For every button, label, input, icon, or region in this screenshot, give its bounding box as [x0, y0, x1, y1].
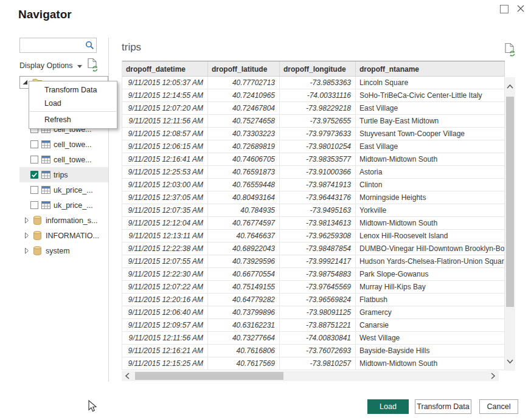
table-cell: Murray Hill-Kips Bay — [356, 281, 505, 293]
table-row: 9/11/2015 12:16:21 AM40.7616806-73.76072… — [122, 345, 505, 357]
maximize-button[interactable] — [500, 5, 508, 13]
checkbox-checked[interactable] — [30, 171, 38, 179]
table-cell: 40.75149155 — [208, 281, 280, 293]
table-cell: 40.76774597 — [208, 217, 280, 229]
display-options-dropdown[interactable]: Display Options — [19, 61, 82, 70]
tree-item-information-s[interactable]: information_s... — [19, 213, 108, 228]
navigator-dialog: Navigator Display Options — [0, 0, 531, 420]
preview-table: dropoff_datetimedropoff_latitudedropoff_… — [122, 61, 505, 370]
tree-item-trips[interactable]: trips — [19, 167, 108, 182]
checkbox-unchecked[interactable] — [30, 201, 38, 209]
table-cell: 40.76559448 — [208, 179, 280, 191]
table-row: 9/11/2015 12:07:35 AM40.784935-73.949516… — [122, 204, 505, 217]
table-row: 9/11/2015 12:20:16 AM40.64779282-73.9656… — [122, 294, 505, 306]
tree-item-uk-price[interactable]: uk_price_... — [19, 182, 108, 198]
table-cell: Lincoln Square — [356, 77, 505, 89]
table-cell: 9/11/2015 12:22:38 AM — [122, 243, 208, 255]
table-cell: East Village — [356, 140, 505, 153]
table-cell: -73.98229218 — [280, 102, 356, 114]
table-cell: -73.98134613 — [280, 217, 356, 229]
table-cell: 9/11/2015 12:07:20 AM — [122, 102, 208, 114]
refresh-tree-icon[interactable] — [87, 58, 99, 74]
menu-item-refresh[interactable]: Refresh — [29, 113, 117, 126]
chevron-right-icon — [24, 232, 29, 239]
table-cell: Gramercy — [356, 306, 505, 318]
database-icon — [33, 216, 41, 225]
table-cell: DUMBO-Vinegar Hill-Downtown Brooklyn-Boe… — [356, 243, 505, 255]
tree-item-label: information_s... — [46, 216, 97, 225]
table-cell: SoHo-TriBeCa-Civic Center-Little Italy — [356, 89, 505, 102]
table-row: 9/11/2015 12:12:04 AM40.76774597-73.9813… — [122, 217, 505, 230]
tree-item-label: system — [46, 247, 70, 255]
table-cell: 9/11/2015 12:03:00 AM — [122, 179, 208, 191]
tree-item-uk-price[interactable]: uk_price_... — [19, 198, 108, 213]
cancel-button[interactable]: Cancel — [479, 399, 518, 414]
search-icon[interactable] — [83, 41, 96, 50]
preview-table-title: trips — [122, 41, 141, 53]
table-cell: 40.68922043 — [208, 243, 280, 255]
table-cell: Morningside Heights — [356, 191, 505, 204]
scroll-left-icon[interactable] — [124, 371, 130, 383]
table-cell: -73.99921417 — [280, 255, 356, 267]
tree-item-informatio[interactable]: INFORMATIO... — [19, 228, 108, 243]
expanded-arrow-icon — [23, 80, 28, 85]
table-icon — [41, 201, 50, 209]
table-row: 9/11/2015 12:11:56 AM40.75274658-73.9752… — [122, 115, 505, 128]
transform-data-button[interactable]: Transform Data — [415, 399, 471, 414]
chevron-right-icon — [24, 217, 29, 224]
table-row: 9/11/2015 12:15:25 AM40.7617569-73.98102… — [122, 357, 505, 370]
table-cell: -73.97973633 — [280, 128, 356, 140]
table-row: 9/11/2015 12:07:22 AM40.75149155-73.9764… — [122, 281, 505, 294]
table-cell: 40.72467804 — [208, 102, 280, 114]
table-row: 9/11/2015 12:08:57 AM40.73303223-73.9797… — [122, 128, 505, 140]
tree-item-label: uk_price_... — [54, 201, 93, 210]
vertical-scrollbar[interactable] — [505, 77, 515, 371]
table-row: 9/11/2015 12:06:15 AM40.72689819-73.9801… — [122, 140, 505, 153]
table-cell: 40.73799896 — [208, 306, 280, 318]
table-cell: -73.98091125 — [280, 306, 356, 318]
table-cell: 9/11/2015 12:11:56 AM — [122, 332, 208, 344]
tree-item-label: trips — [54, 171, 68, 179]
table-cell: -73.88751221 — [280, 319, 356, 331]
load-button[interactable]: Load — [367, 399, 409, 414]
chevron-down-icon — [77, 65, 82, 68]
table-cell: 40.73303223 — [208, 128, 280, 140]
scroll-right-icon[interactable] — [490, 371, 496, 383]
table-cell: 9/11/2015 12:37:05 AM — [122, 191, 208, 204]
table-row: 9/11/2015 12:37:05 AM40.80493164-73.9644… — [122, 191, 505, 204]
mouse-cursor — [88, 400, 98, 416]
table-cell: 9/11/2015 12:14:55 AM — [122, 89, 208, 102]
checkbox-unchecked[interactable] — [30, 140, 38, 148]
tree-item-label: INFORMATIO... — [46, 232, 99, 240]
table-cell: -73.98353577 — [280, 153, 356, 165]
table-row: 9/11/2015 12:09:57 AM40.63162231-73.8875… — [122, 319, 505, 332]
menu-item-load[interactable]: Load — [29, 97, 117, 110]
horizontal-scrollbar[interactable] — [122, 371, 499, 381]
vertical-scroll-thumb[interactable] — [506, 97, 514, 307]
column-header-dropoff-latitude: dropoff_latitude — [208, 61, 280, 76]
table-cell: -73.96443176 — [280, 191, 356, 204]
table-cell: 9/11/2015 12:05:37 AM — [122, 77, 208, 89]
table-cell: Lenox Hill-Roosevelt Island — [356, 230, 505, 242]
table-cell: -73.9495163 — [280, 204, 356, 216]
scroll-up-icon[interactable] — [505, 81, 515, 92]
table-cell: -74.00830841 — [280, 332, 356, 344]
table-body: 9/11/2015 12:05:37 AM40.77702713-73.9853… — [122, 77, 505, 370]
table-cell: 40.7646637 — [208, 230, 280, 242]
checkbox-unchecked[interactable] — [30, 156, 38, 164]
menu-item-transform-data[interactable]: Transform Data — [29, 83, 117, 97]
column-header-dropoff-datetime: dropoff_datetime — [122, 61, 208, 76]
table-cell: 9/11/2015 12:06:15 AM — [122, 140, 208, 153]
horizontal-scroll-thumb[interactable] — [135, 372, 283, 380]
table-cell: -73.98010254 — [280, 140, 356, 153]
close-button[interactable] — [516, 4, 526, 13]
tree-item-system[interactable]: system — [19, 243, 108, 258]
table-row: 9/11/2015 12:22:30 AM40.66770554-73.9875… — [122, 268, 505, 281]
tree-item-cell-towe[interactable]: cell_towe... — [19, 152, 108, 167]
tree-item-cell-towe[interactable]: cell_towe... — [19, 137, 108, 152]
table-cell: 40.73277664 — [208, 332, 280, 344]
refresh-preview-icon[interactable] — [504, 43, 516, 59]
search-input[interactable] — [20, 38, 83, 52]
scroll-down-icon[interactable] — [505, 356, 515, 367]
checkbox-unchecked[interactable] — [30, 186, 38, 194]
